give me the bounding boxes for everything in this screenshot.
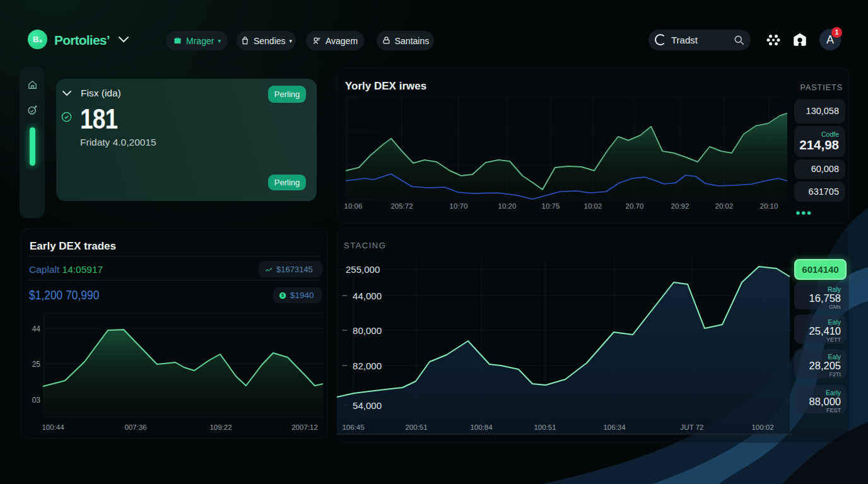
- svg-text:$: $: [281, 293, 284, 298]
